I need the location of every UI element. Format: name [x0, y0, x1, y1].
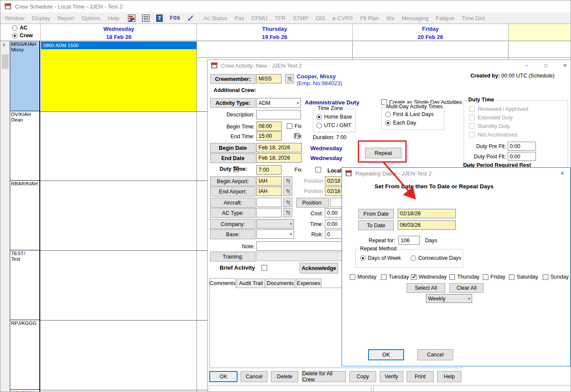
to-date-button[interactable]: To Date	[358, 220, 394, 230]
aircraft-button[interactable]: Aircraft:	[210, 198, 256, 208]
aircraft-field[interactable]	[256, 198, 282, 207]
menu-ois[interactable]: OIS	[315, 15, 325, 21]
scrollbar-thumb[interactable]	[2, 54, 9, 69]
each-day-radio[interactable]: Each Day	[385, 120, 416, 126]
crewmember-lookup-icon[interactable]: ?{	[285, 74, 294, 83]
close-icon[interactable]: ✕	[559, 60, 571, 71]
repeat-for-field[interactable]: 106	[399, 236, 420, 245]
crew-row-max-partial[interactable]: MAX/KIAH	[10, 390, 40, 392]
home-base-radio[interactable]: Home Base	[316, 114, 352, 120]
crew-row-rpj[interactable]: RPJ/KGGG	[10, 320, 40, 390]
menu-ac-status[interactable]: Ac Status	[203, 15, 227, 21]
ac-type-button[interactable]: AC Type:	[210, 208, 256, 218]
to-date-field[interactable]: 06/03/26	[398, 220, 456, 230]
crew-radio-icon[interactable]	[12, 33, 18, 39]
crew-row-miss[interactable]: MISS/KIAHMissy	[10, 41, 40, 111]
menu-pax[interactable]: Pax	[235, 15, 244, 21]
consecutive-days-radio[interactable]: Consecutive Days	[410, 255, 461, 261]
first-last-days-radio[interactable]: First & Last Days	[385, 111, 434, 117]
training-button[interactable]: Training:	[210, 252, 256, 261]
end-time-field[interactable]: 15:00	[256, 131, 282, 141]
crew-mode-radio[interactable]: Crew	[12, 33, 33, 39]
weekday-tuesday-checkbox[interactable]: Tuesday	[381, 274, 409, 280]
aircraft-lookup-icon[interactable]: ?{	[283, 198, 292, 207]
menu-stmp[interactable]: STMP	[293, 15, 308, 21]
ac-type-field[interactable]	[256, 208, 282, 217]
weekday-monday-checkbox[interactable]: Monday	[350, 274, 376, 280]
crew-row-test[interactable]: TEST/Test	[10, 250, 40, 320]
gantt-schedule-icon[interactable]	[128, 15, 135, 22]
base-select[interactable]: ▾	[256, 229, 294, 239]
grid-table-icon[interactable]	[142, 15, 149, 22]
weekday-thursday-checkbox[interactable]: Thursday	[449, 274, 479, 280]
menu-ecvrs[interactable]: e-CVRS	[333, 15, 353, 21]
from-date-button[interactable]: From Date	[358, 209, 394, 219]
begin-airport-button[interactable]: Begin Airport:	[210, 176, 256, 186]
tab-audit-trail[interactable]: Audit Trail	[237, 279, 265, 288]
tab-comments[interactable]: Comments	[209, 278, 236, 288]
frequency-select[interactable]: Weekly▾	[426, 294, 472, 303]
activity-type-select[interactable]: ADM▾	[256, 98, 301, 108]
menu-report[interactable]: Report	[57, 15, 74, 21]
extended-duty-checkbox[interactable]	[469, 115, 475, 122]
weekday-wednesday-checkbox[interactable]: Wednesday	[411, 274, 447, 280]
end-date-button[interactable]: End Date	[210, 153, 256, 163]
standby-duty-checkbox[interactable]	[469, 123, 475, 130]
company-button[interactable]: Company:	[210, 219, 256, 229]
days-of-week-radio[interactable]: Days of Week	[360, 255, 401, 261]
ac-radio-icon[interactable]	[12, 25, 18, 31]
begin-date-button[interactable]: Begin Date	[210, 143, 256, 153]
crew-row-rbar[interactable]: RBAR/KIAH	[10, 181, 40, 250]
print-button[interactable]: Print	[407, 371, 434, 382]
clear-all-button[interactable]: Clear All	[449, 283, 484, 293]
menu-fatigue[interactable]: Fatigue	[436, 15, 454, 21]
menu-time-dist[interactable]: Time Dist	[462, 15, 485, 21]
end-date-field[interactable]: Feb 18, 2026	[256, 153, 302, 163]
close-icon[interactable]: ✕	[556, 168, 569, 178]
ac-mode-radio[interactable]: AC	[12, 25, 27, 31]
position-button[interactable]: Position:	[296, 198, 329, 208]
help-button[interactable]: Help	[437, 371, 461, 382]
weekday-friday-checkbox[interactable]: Friday	[483, 274, 506, 280]
duty-time-field[interactable]: 7:00	[256, 165, 282, 175]
crewmember-button[interactable]: Crewmember:	[210, 74, 256, 84]
repeat-cancel-button[interactable]: Cancel	[417, 349, 453, 360]
notebook-icon[interactable]: T	[156, 15, 163, 22]
brief-activity-checkbox[interactable]	[262, 265, 267, 270]
select-all-button[interactable]: Select All	[407, 283, 445, 293]
base-button[interactable]: Base:	[210, 229, 256, 239]
weekday-sunday-checkbox[interactable]: Sunday	[543, 274, 568, 280]
delete-button[interactable]: Delete	[271, 371, 298, 382]
minimize-icon[interactable]: –	[520, 60, 533, 71]
menu-display[interactable]: Display	[32, 15, 50, 21]
utc-gmt-radio[interactable]: UTC / GMT	[316, 122, 351, 128]
cancel-button[interactable]: Cancel	[241, 371, 268, 382]
begin-date-field[interactable]: Feb 18, 2026	[256, 143, 302, 152]
begin-airport-lookup-icon[interactable]: ?{	[283, 176, 292, 186]
collapse-arrow-icon[interactable]: ∧	[2, 42, 6, 48]
ok-button[interactable]: OK	[209, 371, 238, 382]
menu-flt-plan[interactable]: Flt Plan	[360, 15, 379, 21]
end-airport-button[interactable]: End Airport:	[210, 187, 256, 196]
activity-bar[interactable]: 0800 ADM 1500	[41, 42, 196, 49]
end-airport-field[interactable]: IAH	[256, 187, 282, 196]
reviewed-approved-checkbox[interactable]	[469, 106, 475, 113]
ac-type-lookup-icon[interactable]: ?{	[283, 208, 292, 217]
duty-post-flt-field[interactable]: 0:00	[508, 152, 536, 161]
menu-tfr[interactable]: TFR	[275, 15, 286, 21]
not-acclimatised-checkbox[interactable]	[469, 132, 475, 139]
delete-all-crew-button[interactable]: Delete for All Crew	[302, 371, 346, 382]
menu-window[interactable]: Window	[5, 15, 24, 21]
description-field[interactable]	[256, 110, 301, 119]
begin-time-field[interactable]: 08:00	[256, 122, 282, 131]
activity-type-button[interactable]: Activity Type:	[210, 98, 256, 108]
acknowledge-button[interactable]: Acknowledge	[300, 263, 338, 273]
fos-logo-icon[interactable]: FOS	[170, 15, 180, 21]
crewmember-field[interactable]: MISS	[256, 74, 282, 83]
company-select[interactable]: ▾	[256, 219, 294, 229]
copy-button[interactable]: Copy	[349, 371, 376, 382]
begin-airport-field[interactable]: IAH	[256, 176, 282, 186]
maximize-icon[interactable]: □	[539, 60, 552, 71]
end-airport-lookup-icon[interactable]: ?{	[283, 187, 292, 196]
menu-help[interactable]: Help	[108, 15, 119, 21]
